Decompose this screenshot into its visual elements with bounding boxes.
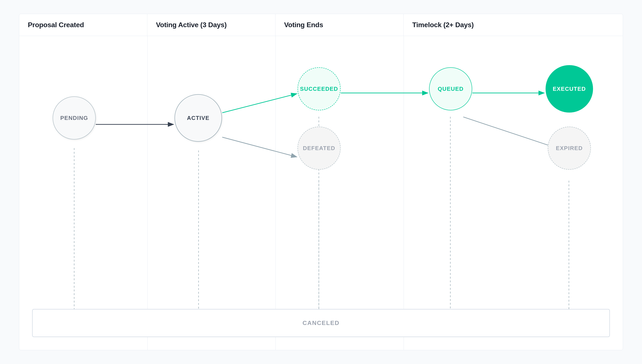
col-divider-3 [404,36,404,350]
node-active: ACTIVE [175,94,222,142]
node-queued: QUEUED [429,67,472,110]
node-executed: EXECUTED [545,65,593,112]
header-proposal-created: Proposal Created [19,14,147,36]
canceled-box: CANCELED [32,309,610,337]
col-divider-2 [275,36,276,350]
header-voting-active: Voting Active (3 Days) [147,14,275,36]
col-divider-1 [147,36,148,350]
node-succeeded: SUCCEEDED [297,67,341,110]
svg-line-6 [222,94,297,112]
svg-line-7 [222,137,297,157]
header-row: Proposal Created Voting Active (3 Days) … [19,14,623,36]
svg-line-10 [463,117,556,148]
content-area: PENDING ACTIVE SUCCEEDED DEFEATED QUEUED… [19,36,623,350]
header-timelock: Timelock (2+ Days) [404,14,623,36]
header-voting-ends: Voting Ends [275,14,404,36]
node-pending: PENDING [53,96,96,140]
node-defeated: DEFEATED [297,126,341,170]
diagram-container: Proposal Created Voting Active (3 Days) … [19,14,623,350]
node-expired: EXPIRED [548,126,591,170]
